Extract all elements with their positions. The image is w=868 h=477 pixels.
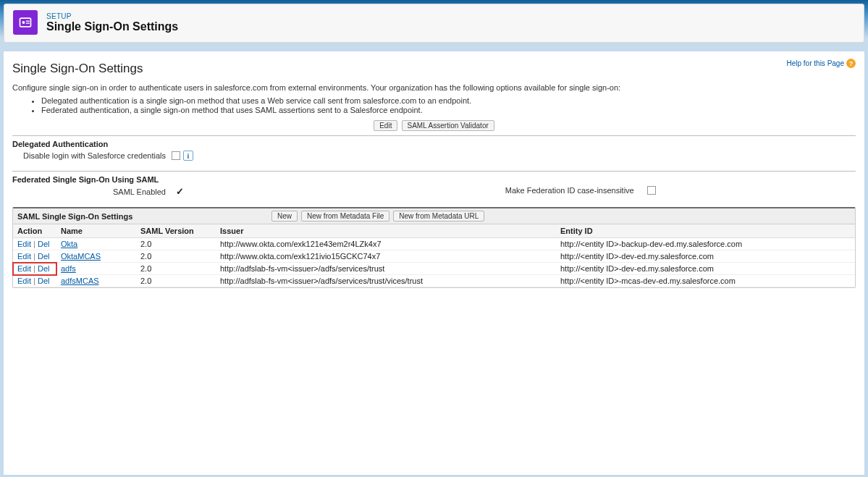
identity-icon <box>13 10 38 35</box>
entity-id: http://<entity ID>-backup-dev-ed.my.sale… <box>556 238 855 250</box>
help-link[interactable]: Help for this Page ? <box>787 59 856 68</box>
new-from-file-button[interactable]: New from Metadata File <box>301 211 389 221</box>
help-link-label: Help for this Page <box>787 59 845 67</box>
col-issuer: Issuer <box>216 224 556 238</box>
del-link[interactable]: Del <box>38 240 50 248</box>
table-row: Edit | DeladfsMCAS2.0http://adfslab-fs-v… <box>13 275 855 287</box>
disable-login-checkbox[interactable] <box>172 151 180 160</box>
saml-version: 2.0 <box>136 238 216 250</box>
svg-rect-3 <box>26 22 30 23</box>
edit-link[interactable]: Edit <box>17 240 31 248</box>
svg-rect-0 <box>20 18 31 27</box>
federated-heading: Federated Single Sign-On Using SAML <box>12 172 856 186</box>
content-panel: Single Sign-On Settings Help for this Pa… <box>4 51 864 475</box>
edit-link[interactable]: Edit <box>17 264 31 273</box>
saml-version: 2.0 <box>136 250 216 263</box>
issuer: http://adfslab-fs-vm<issuer>/adfs/servic… <box>216 275 556 287</box>
saml-version: 2.0 <box>136 275 216 287</box>
bullet-federated: Federated authentication, a single sign-… <box>41 106 856 114</box>
col-name: Name <box>56 224 136 238</box>
info-bullets: Delegated authentication is a single sig… <box>41 96 856 114</box>
config-name-link[interactable]: adfsMCAS <box>61 277 99 285</box>
saml-enabled-check-icon: ✓ <box>176 186 184 197</box>
saml-settings-table: SAML Single Sign-On Settings New New fro… <box>12 207 856 288</box>
entity-id: http://<entity ID>-dev-ed.my.salesforce.… <box>556 250 855 263</box>
col-entity-id: Entity ID <box>556 224 855 238</box>
new-from-url-button[interactable]: New from Metadata URL <box>393 211 484 221</box>
edit-link[interactable]: Edit <box>17 277 31 285</box>
delegated-auth-heading: Delegated Authentication <box>12 136 856 151</box>
setup-header: SETUP Single Sign-On Settings <box>4 4 864 43</box>
new-button[interactable]: New <box>271 211 298 221</box>
svg-rect-2 <box>26 21 30 22</box>
issuer: http://adfslab-fs-vm<issuer>/adfs/servic… <box>216 263 556 275</box>
case-insensitive-checkbox[interactable] <box>647 186 656 195</box>
saml-enabled-label: SAML Enabled <box>12 187 172 196</box>
del-link[interactable]: Del <box>38 264 50 273</box>
case-insensitive-label: Make Federation ID case-insensitive <box>434 186 640 195</box>
page-description: Configure single sign-on in order to aut… <box>12 83 856 92</box>
edit-link[interactable]: Edit <box>17 252 31 261</box>
issuer: http://www.okta.com/exk121ivio15GCKC74x7 <box>216 250 556 263</box>
del-link[interactable]: Del <box>38 252 50 261</box>
del-link[interactable]: Del <box>38 277 50 285</box>
entity-id: http://<entity ID>-mcas-dev-ed.my.salesf… <box>556 275 855 287</box>
config-name-link[interactable]: Okta <box>61 240 77 248</box>
edit-button[interactable]: Edit <box>374 120 397 131</box>
col-version: SAML Version <box>136 224 216 238</box>
config-name-link[interactable]: OktaMCAS <box>61 252 101 261</box>
entity-id: http://<entity ID>-dev-ed.my.salesforce.… <box>556 263 855 275</box>
header-title: Single Sign-On Settings <box>46 20 178 33</box>
header-eyebrow: SETUP <box>46 12 178 20</box>
table-row: Edit | Deladfs2.0http://adfslab-fs-vm<is… <box>13 263 855 275</box>
bullet-delegated: Delegated authentication is a single sig… <box>41 96 856 105</box>
svg-point-1 <box>22 21 25 24</box>
table-row: Edit | DelOktaMCAS2.0http://www.okta.com… <box>13 250 855 263</box>
config-name-link[interactable]: adfs <box>61 264 76 273</box>
col-action: Action <box>13 224 56 238</box>
saml-validator-button[interactable]: SAML Assertion Validator <box>402 120 494 131</box>
info-icon[interactable]: i <box>183 151 193 161</box>
saml-table-heading: SAML Single Sign-On Settings <box>17 212 271 221</box>
page-title: Single Sign-On Settings <box>12 62 143 76</box>
saml-version: 2.0 <box>136 263 216 275</box>
help-icon: ? <box>846 59 856 68</box>
issuer: http://www.okta.com/exk121e43em2r4LZk4x7 <box>216 238 556 250</box>
disable-login-label: Disable login with Salesforce credential… <box>12 151 172 160</box>
table-row: Edit | DelOkta2.0http://www.okta.com/exk… <box>13 238 855 250</box>
